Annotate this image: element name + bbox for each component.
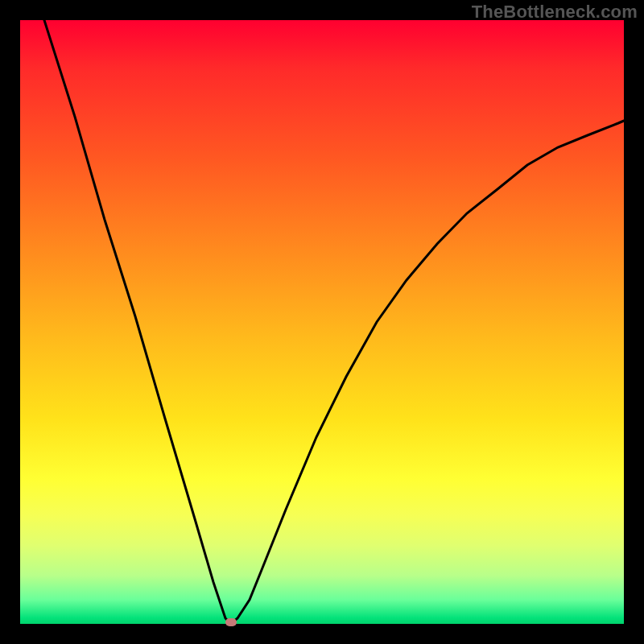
optimal-point-marker xyxy=(225,618,237,626)
chart-frame: TheBottleneck.com xyxy=(0,0,644,644)
plot-area xyxy=(20,20,624,624)
watermark-text: TheBottleneck.com xyxy=(472,2,638,23)
curve-path xyxy=(44,20,624,624)
bottleneck-curve xyxy=(20,20,624,624)
